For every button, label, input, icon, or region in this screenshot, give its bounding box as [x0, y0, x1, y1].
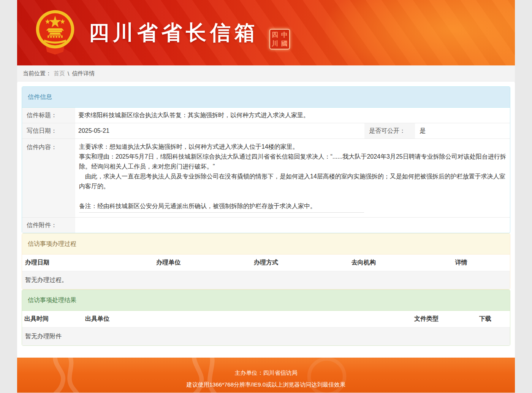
col-process-unit: 办理单位: [120, 255, 217, 271]
seal-char: 川: [272, 39, 278, 48]
breadcrumb-current: 信件详情: [72, 70, 95, 77]
content-underline: [79, 212, 364, 213]
page-footer: 主办单位：四川省信访局 建议使用1366*768分辨率/IE9.0或以上浏览器访…: [17, 358, 515, 393]
content-paragraph: 主要诉求：想知道执法大队实施强拆时，以何种方式进入求决人位于14楼的家里。: [79, 142, 506, 152]
col-process-method: 办理方式: [217, 255, 315, 271]
letter-date-value: 2025-05-21: [75, 123, 364, 138]
site-banner: 四川省省长信箱 中 四 國 川: [17, 0, 515, 65]
breadcrumb-home-link[interactable]: 首页: [54, 70, 65, 77]
col-process-date: 办理日期: [22, 255, 120, 271]
letter-info-panel: 信件信息 信件标题： 要求绵阳科技城新区综合执法大队答复：其实施强拆时，以何种方…: [22, 86, 510, 233]
result-panel: 信访事项处理结果 出具时间 出具单位 文件类型 下载 暂无办理附件: [22, 290, 510, 346]
site-title: 四川省省长信箱: [89, 19, 259, 47]
col-result-filetype: 文件类型: [392, 311, 461, 327]
content-paragraph: 由此，求决人一直在思考执法人员及专业拆除公司在没有撬锁的情形下，是如何进入14层…: [79, 172, 506, 191]
content-paragraph-remark: 备注：经由科技城新区公安分局元通派出所确认，被强制拆除的护栏存放于求决人家中。: [79, 201, 506, 211]
seal-stamp-icon: 中 四 國 川: [269, 29, 290, 49]
result-empty-row: 暂无办理附件: [22, 328, 510, 345]
main-content: 信件信息 信件标题： 要求绵阳科技城新区综合执法大队答复：其实施强拆时，以何种方…: [17, 82, 515, 358]
page-container: 四川省省长信箱 中 四 國 川 当前位置： 首页 \ 信件详情 信件信息 信件标…: [17, 0, 515, 393]
letter-attachment-value: [75, 218, 510, 233]
footer-browser-advice: 建议使用1366*768分辨率/IE9.0或以上浏览器访问达到最佳效果: [17, 379, 515, 390]
process-panel: 信访事项办理过程 办理日期 办理单位 办理方式 去向机构 详情 暂无办理过程。: [22, 233, 510, 290]
letter-title-label: 信件标题：: [22, 108, 75, 123]
seal-char: 中: [281, 30, 288, 39]
letter-date-row: 写信日期： 2025-05-21 是否可公开： 是: [22, 123, 510, 139]
process-empty-row: 暂无办理过程。: [22, 271, 510, 289]
letter-content-label: 信件内容：: [22, 139, 75, 217]
breadcrumb-separator: \: [68, 70, 69, 77]
letter-public-value: 是: [415, 123, 510, 138]
letter-public-label: 是否可公开：: [364, 123, 415, 138]
col-process-destination: 去向机构: [315, 255, 412, 271]
breadcrumb: 当前位置： 首页 \ 信件详情: [17, 65, 515, 82]
letter-content-row: 信件内容： 主要诉求：想知道执法大队实施强拆时，以何种方式进入求决人位于14楼的…: [22, 139, 510, 218]
col-result-time: 出具时间: [22, 311, 83, 327]
col-process-detail: 详情: [412, 255, 510, 271]
footer-sponsor: 主办单位：四川省信访局: [17, 367, 515, 379]
col-result-unit: 出具单位: [83, 311, 392, 327]
letter-title-row: 信件标题： 要求绵阳科技城新区综合执法大队答复：其实施强拆时，以何种方式进入求决…: [22, 108, 510, 123]
banner-content: 四川省省长信箱 中 四 國 川: [17, 0, 515, 65]
letter-content-text: 主要诉求：想知道执法大队实施强拆时，以何种方式进入求决人位于14楼的家里。 事实…: [75, 139, 510, 217]
result-panel-title: 信访事项处理结果: [22, 290, 510, 311]
letter-attachment-label: 信件附件：: [22, 218, 75, 233]
process-table-header: 办理日期 办理单位 办理方式 去向机构 详情: [22, 255, 510, 271]
letter-date-label: 写信日期：: [22, 123, 75, 138]
breadcrumb-label: 当前位置：: [23, 70, 51, 77]
seal-char: 國: [281, 39, 288, 48]
letter-title-value: 要求绵阳科技城新区综合执法大队答复：其实施强拆时，以何种方式进入求决人家里。: [75, 108, 510, 123]
letter-info-panel-title: 信件信息: [22, 87, 510, 108]
letter-attachment-row: 信件附件：: [22, 218, 510, 233]
process-panel-title: 信访事项办理过程: [22, 234, 510, 255]
result-table-header: 出具时间 出具单位 文件类型 下载: [22, 311, 510, 328]
national-emblem-icon: [35, 10, 76, 56]
col-result-download: 下载: [461, 311, 510, 327]
seal-char: 四: [272, 30, 278, 39]
content-paragraph: 事实和理由：2025年5月7日，绵阳科技城新区综合执法大队通过四川省省长信箱回复…: [79, 152, 506, 172]
